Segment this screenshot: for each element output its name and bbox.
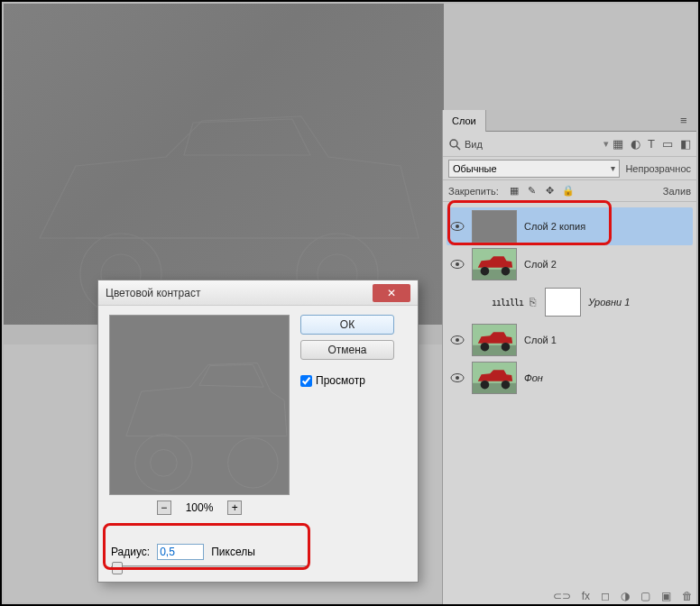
- fx-icon[interactable]: fx: [582, 590, 590, 602]
- layer-thumb-truck: [472, 324, 517, 356]
- adjustment-icon[interactable]: ◑: [621, 590, 630, 602]
- ok-button[interactable]: ОК: [300, 315, 394, 335]
- link-icon[interactable]: ⎘: [527, 296, 538, 308]
- layer-name[interactable]: Фон: [524, 372, 543, 383]
- svg-point-18: [481, 343, 490, 352]
- zoom-in-button[interactable]: +: [227, 500, 242, 515]
- blend-row: Обычные Непрозрачнос: [443, 157, 696, 180]
- layer-item[interactable]: Слой 1: [447, 321, 693, 359]
- layer-name[interactable]: Слой 2: [524, 259, 557, 270]
- layer-name[interactable]: Уровни 1: [588, 297, 630, 308]
- eye-icon[interactable]: [450, 257, 465, 271]
- blend-mode-select[interactable]: Обычные: [448, 160, 620, 178]
- link-layers-icon[interactable]: ⊂⊃: [553, 590, 571, 602]
- tab-layers[interactable]: Слои: [443, 110, 486, 132]
- close-button[interactable]: ✕: [373, 284, 410, 302]
- svg-point-24: [481, 381, 490, 390]
- layer-item[interactable]: Слой 2: [447, 245, 693, 283]
- canvas-highpass-preview: [4, 4, 444, 325]
- svg-line-5: [456, 146, 460, 150]
- preview-label: Просмотр: [316, 374, 365, 387]
- svg-point-19: [502, 343, 511, 352]
- radius-slider[interactable]: [111, 565, 308, 569]
- radius-controls: Радиус: Пикселы: [111, 544, 407, 569]
- group-icon[interactable]: ▢: [640, 590, 650, 602]
- layer-name[interactable]: Слой 2 копия: [524, 221, 585, 232]
- filter-type-icon[interactable]: T: [648, 137, 655, 151]
- svg-point-13: [502, 267, 511, 276]
- layer-item-background[interactable]: Фон: [447, 359, 693, 397]
- truck-outline-large: [4, 4, 444, 325]
- svg-point-15: [456, 338, 459, 342]
- layer-name[interactable]: Слой 1: [524, 335, 557, 345]
- lock-pixels-icon[interactable]: ▦: [508, 185, 520, 197]
- layer-list: Слой 2 копия Слой 2 ıılıllı ⎘ Уровни 1: [443, 202, 696, 402]
- dialog-titlebar[interactable]: Цветовой контраст ✕: [98, 280, 418, 306]
- lock-label: Закрепить:: [448, 186, 499, 197]
- lock-brush-icon[interactable]: ✎: [526, 185, 539, 197]
- eye-icon[interactable]: [450, 371, 465, 385]
- mask-icon[interactable]: ◻: [601, 590, 610, 602]
- layers-panel: Слои Вид ▾ ▦ ◐ T ▭ ◧ Обычные Непрозрачно…: [442, 110, 696, 604]
- lock-all-icon[interactable]: 🔒: [562, 185, 575, 197]
- eye-icon[interactable]: [450, 333, 465, 347]
- lock-row: Закрепить: ▦ ✎ ✥ 🔒 Залив: [443, 180, 696, 202]
- filter-type-select[interactable]: Вид: [465, 139, 600, 150]
- cancel-button[interactable]: Отмена: [300, 340, 394, 360]
- opacity-label: Непрозрачнос: [625, 163, 691, 174]
- preview-checkbox[interactable]: [300, 375, 312, 387]
- filter-pixel-icon[interactable]: ▦: [612, 137, 623, 151]
- eye-icon[interactable]: [450, 219, 465, 234]
- filter-adjust-icon[interactable]: ◐: [631, 137, 640, 151]
- slider-thumb[interactable]: [112, 562, 123, 574]
- high-pass-dialog: Цветовой контраст ✕ − 100% +: [97, 280, 419, 583]
- fill-label: Залив: [663, 186, 691, 197]
- unit-label: Пикселы: [211, 546, 255, 558]
- layer-thumb-truck: [472, 248, 517, 280]
- dialog-title: Цветовой контраст: [106, 287, 373, 299]
- svg-point-26: [135, 435, 192, 491]
- layer-filter-row: Вид ▾ ▦ ◐ T ▭ ◧: [443, 132, 696, 157]
- layer-item-adjustment[interactable]: ıılıllı ⎘ Уровни 1: [447, 283, 693, 321]
- radius-input[interactable]: [157, 544, 204, 560]
- layer-panel-footer: ⊂⊃ fx ◻ ◑ ▢ ▣ 🗑: [553, 590, 693, 602]
- svg-point-9: [456, 262, 459, 266]
- search-icon: [448, 138, 461, 151]
- layer-thumb-truck: [472, 362, 517, 394]
- panel-menu-icon[interactable]: [680, 114, 693, 124]
- zoom-out-button[interactable]: −: [157, 500, 171, 515]
- panel-tab-row: Слои: [443, 110, 696, 132]
- filter-preview[interactable]: [109, 315, 290, 495]
- lock-move-icon[interactable]: ✥: [544, 185, 557, 197]
- filter-smart-icon[interactable]: ◧: [680, 137, 691, 151]
- filter-shape-icon[interactable]: ▭: [662, 137, 673, 151]
- preview-checkbox-row[interactable]: Просмотр: [300, 374, 394, 387]
- svg-point-21: [456, 376, 459, 380]
- layer-thumb-gray: [472, 210, 517, 243]
- svg-point-12: [481, 267, 490, 276]
- zoom-controls: − 100% +: [109, 500, 290, 515]
- svg-point-28: [228, 438, 278, 488]
- close-icon: ✕: [387, 287, 396, 299]
- new-layer-icon[interactable]: ▣: [661, 590, 671, 602]
- svg-point-7: [456, 225, 459, 228]
- levels-icon: ıılıllı: [492, 298, 523, 308]
- svg-point-4: [450, 140, 457, 147]
- trash-icon[interactable]: 🗑: [682, 590, 693, 602]
- layer-item-selected[interactable]: Слой 2 копия: [447, 207, 693, 245]
- layer-mask-thumb: [545, 288, 581, 317]
- zoom-value: 100%: [186, 501, 214, 514]
- svg-point-25: [502, 381, 511, 390]
- radius-label: Радиус:: [111, 546, 150, 558]
- svg-point-27: [151, 450, 178, 477]
